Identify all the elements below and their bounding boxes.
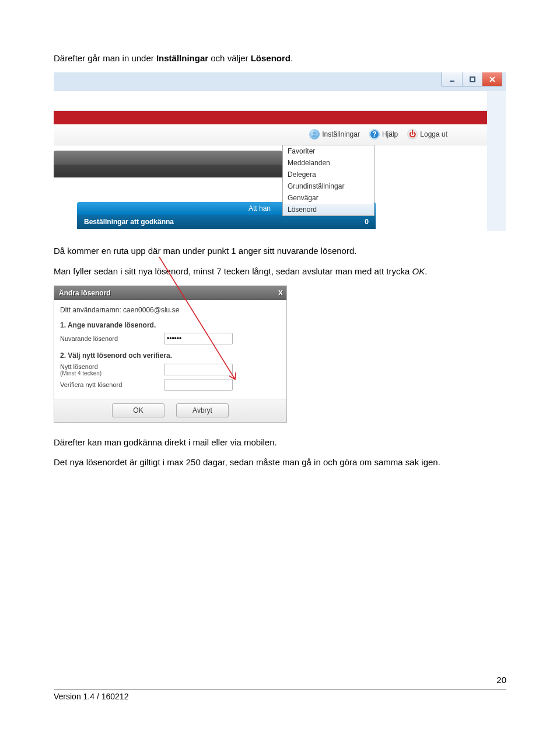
- new-password-label: Nytt lösenord (Minst 4 tecken): [60, 363, 159, 377]
- dropdown-item-grundinstallningar[interactable]: Grundinställningar: [283, 180, 374, 192]
- dialog-close-button[interactable]: X: [278, 289, 283, 297]
- toolbar-settings-label: Inställningar: [322, 130, 360, 138]
- text-bold: Inställningar: [156, 53, 208, 63]
- current-password-input[interactable]: [164, 333, 233, 344]
- maximize-button[interactable]: [462, 72, 482, 86]
- dropdown-item-favoriter[interactable]: Favoriter: [283, 145, 374, 157]
- app-header: [54, 111, 506, 124]
- username-display: Ditt användarnamn: caen0006@slu.se: [60, 306, 281, 314]
- text: Man fyller sedan i sitt nya lösenord, mi…: [54, 266, 412, 276]
- toolbar-help[interactable]: ? Hjälp: [369, 129, 398, 140]
- dialog-button-row: OK Avbryt: [54, 399, 286, 422]
- paragraph-3: Man fyller sedan i sitt nya lösenord, mi…: [54, 266, 506, 277]
- screenshot-change-password-dialog: Ändra lösenord X Ditt användarnamn: caen…: [54, 285, 287, 423]
- window-controls: [442, 72, 502, 86]
- panel-bestallningar-count: 0: [365, 218, 369, 226]
- new-password-input[interactable]: [164, 364, 233, 375]
- toolbar-logout-label: Logga ut: [420, 130, 447, 138]
- settings-dropdown: Favoriter Meddelanden Delegera Grundinst…: [282, 145, 374, 216]
- paragraph-1: Därefter går man in under Inställningar …: [54, 53, 506, 64]
- paragraph-5: Det nya lösenordet är giltigt i max 250 …: [54, 457, 506, 468]
- dropdown-item-losenord[interactable]: Lösenord: [283, 204, 374, 215]
- toolbar-logout[interactable]: ⏻ Logga ut: [407, 129, 447, 140]
- page-number: 20: [496, 675, 506, 685]
- toolbar-settings[interactable]: Inställningar: [309, 129, 360, 140]
- footer-divider: [54, 689, 506, 689]
- nav-bar-dark-bottom: [54, 165, 282, 177]
- window-titlebar: [54, 72, 506, 91]
- dialog-title: Ändra lösenord: [59, 289, 111, 297]
- text: .: [425, 266, 427, 276]
- new-password-label-text: Nytt lösenord: [60, 363, 98, 370]
- page-footer: 20 Version 1.4 / 160212: [54, 689, 506, 701]
- maximize-icon: [469, 76, 476, 83]
- new-password-sublabel: (Minst 4 tecken): [60, 370, 159, 377]
- power-icon: ⏻: [407, 129, 418, 140]
- verify-password-input[interactable]: [164, 379, 233, 391]
- panel-bestallningar[interactable]: Beställningar att godkänna 0: [77, 215, 376, 229]
- svg-rect-0: [450, 81, 454, 82]
- dropdown-item-delegera[interactable]: Delegera: [283, 169, 374, 180]
- paragraph-4: Därefter kan man godkänna direkt i mail …: [54, 437, 506, 448]
- close-icon: [489, 76, 496, 83]
- minimize-button[interactable]: [442, 72, 462, 86]
- footer-version: Version 1.4 / 160212: [54, 692, 506, 701]
- dropdown-item-meddelanden[interactable]: Meddelanden: [283, 157, 374, 169]
- browser-right-fragment: [487, 91, 506, 231]
- panel-header-label: Att han: [249, 204, 271, 212]
- settings-icon: [309, 129, 320, 140]
- verify-password-label: Verifiera nytt lösenord: [60, 381, 159, 388]
- ok-button[interactable]: OK: [112, 403, 164, 417]
- step1-heading: 1. Ange nuvarande lösenord.: [60, 321, 281, 329]
- svg-rect-1: [470, 77, 475, 82]
- text: Därefter går man in under: [54, 53, 156, 63]
- dialog-titlebar: Ändra lösenord X: [54, 286, 286, 300]
- browser-chrome: [54, 91, 487, 111]
- app-toolbar: Inställningar ? Hjälp ⏻ Logga ut: [54, 124, 487, 145]
- dropdown-item-genvagar[interactable]: Genvägar: [283, 192, 374, 204]
- nav-bar-dark-top: [54, 151, 282, 165]
- screenshot-settings-menu: Inställningar ? Hjälp ⏻ Logga ut Favorit…: [54, 72, 506, 231]
- help-icon: ?: [369, 129, 380, 140]
- toolbar-help-label: Hjälp: [382, 130, 398, 138]
- text: .: [290, 53, 293, 63]
- cancel-button[interactable]: Avbryt: [176, 403, 229, 417]
- step2-heading: 2. Välj nytt lösenord och verifiera.: [60, 351, 281, 360]
- text: och väljer: [208, 53, 251, 63]
- current-password-label: Nuvarande lösenord: [60, 335, 159, 342]
- minimize-icon: [449, 76, 456, 83]
- close-button[interactable]: [482, 72, 502, 86]
- dialog-body: Ditt användarnamn: caen0006@slu.se 1. An…: [54, 300, 286, 399]
- svg-point-2: [313, 132, 316, 135]
- paragraph-2: Då kommer en ruta upp där man under punk…: [54, 245, 506, 257]
- text-bold: Lösenord: [251, 53, 290, 63]
- text-italic: OK: [412, 266, 425, 276]
- panel-bestallningar-label: Beställningar att godkänna: [84, 218, 174, 226]
